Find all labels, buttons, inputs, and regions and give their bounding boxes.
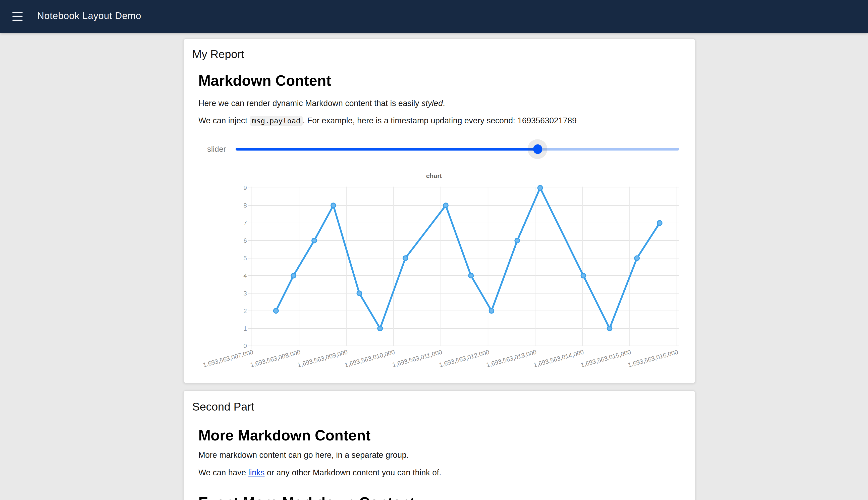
italic-styled-text: styled [421,99,443,108]
chart-point [468,273,473,278]
report-card-title: My Report [192,48,244,61]
second-card: Second Part More Markdown Content More m… [183,390,695,500]
chart-x-tick-label: 1,693,563,011,000 [392,349,443,368]
chart-point [274,308,278,313]
chart-x-tick-label: 1,693,563,012,000 [438,349,490,368]
chart-y-tick-label: 1 [243,325,247,332]
report-card: My Report Markdown Content Here we can r… [183,38,695,384]
chart-point [607,326,612,331]
chart-point [291,273,296,278]
timestamp-value: 1693563021789 [517,116,576,125]
chart-point [357,291,362,296]
chart-y-tick-label: 2 [243,308,247,314]
page: Notebook Layout Demo My Report Markdown … [0,0,868,500]
chart-y-tick-label: 0 [243,342,247,349]
chart-y-tick-label: 9 [243,184,247,191]
menu-button[interactable] [10,10,25,23]
chart-point [581,273,586,278]
second-paragraph-1: More markdown content can go here, in a … [198,451,409,459]
chart-y-tick-label: 5 [243,255,247,262]
chart-point [635,256,639,261]
chart-point [657,220,662,225]
links-hyperlink[interactable]: links [248,468,265,477]
chart-x-tick-label: 1,693,563,016,000 [627,349,679,368]
chart-point [489,308,494,313]
chart-y-tick-label: 8 [243,202,247,209]
second-paragraph-2: We can have links or any other Markdown … [198,468,441,477]
chart-x-tick-label: 1,693,563,013,000 [486,349,537,368]
chart-x-tick-label: 1,693,563,009,000 [297,349,348,368]
chart-x-tick-label: 1,693,563,014,000 [533,349,585,368]
second-card-title: Second Part [192,400,254,413]
hamburger-icon [12,12,22,13]
chart-x-tick-label: 1,693,563,007,000 [202,349,254,368]
chart-x-tick-label: 1,693,563,010,000 [344,349,396,368]
slider-thumb[interactable] [533,145,542,154]
chart-y-tick-label: 4 [243,272,247,279]
even-more-markdown-heading: Event More Markdown Content [198,494,415,500]
chart-widget: 01234567891,693,563,007,0001,693,563,008… [192,167,688,377]
chart-point [443,203,448,208]
chart-y-tick-label: 6 [243,237,247,244]
chart-point [403,256,408,261]
markdown-heading: Markdown Content [198,72,331,90]
chart-y-tick-label: 7 [243,219,247,226]
chart-canvas: 01234567891,693,563,007,0001,693,563,008… [192,167,688,377]
chart-point [538,185,543,190]
slider-label: slider [195,145,226,154]
markdown-paragraph-1: Here we can render dynamic Markdown cont… [198,99,445,108]
app-bar: Notebook Layout Demo [0,0,868,33]
app-title: Notebook Layout Demo [37,0,141,33]
chart-x-tick-label: 1,693,563,015,000 [580,349,632,368]
slider-fill[interactable] [235,147,538,150]
chart-point [331,203,336,208]
inline-code-msg-payload: msg.payload [250,116,303,126]
chart-point [378,326,382,331]
chart-x-tick-label: 1,693,563,008,000 [250,349,301,368]
chart-title: chart [426,172,442,179]
markdown-paragraph-2: We can inject msg.payload. For example, … [198,116,577,125]
chart-y-tick-label: 3 [243,290,247,297]
more-markdown-heading: More Markdown Content [198,427,370,444]
chart-point [312,238,317,243]
chart-point [515,238,520,243]
